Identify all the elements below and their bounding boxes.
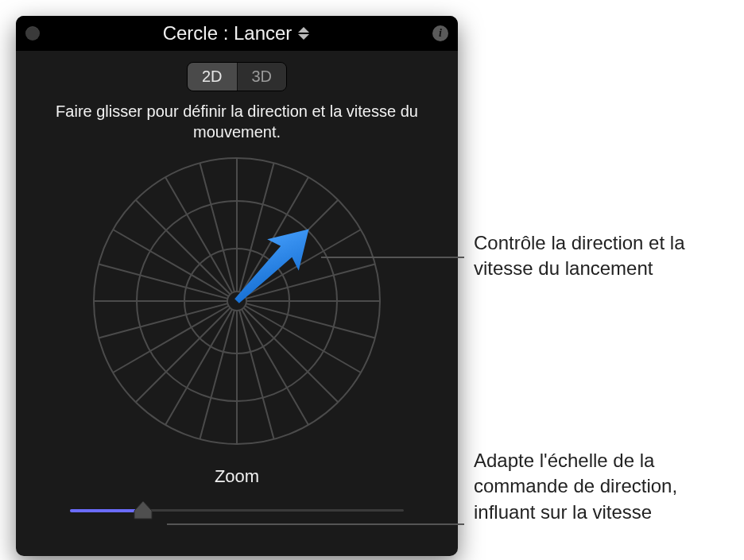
svg-line-21	[200, 163, 234, 292]
info-icon[interactable]: i	[432, 25, 448, 41]
mode-3d-button[interactable]: 3D	[237, 63, 287, 91]
svg-line-5	[246, 303, 375, 338]
zoom-label: Zoom	[16, 466, 458, 487]
svg-line-11	[200, 311, 234, 439]
mode-2d-button[interactable]: 2D	[188, 63, 237, 91]
title-dropdown[interactable]: Cercle : Lancer	[163, 22, 310, 44]
svg-line-8	[242, 309, 308, 424]
close-button[interactable]	[25, 26, 40, 41]
titlebar: Cercle : Lancer i	[16, 16, 458, 51]
svg-line-17	[99, 264, 227, 298]
svg-line-13	[136, 307, 231, 402]
svg-line-18	[113, 230, 228, 296]
instruction-text: Faire glisser pour définir la direction …	[35, 101, 439, 142]
svg-line-15	[99, 303, 227, 338]
svg-line-12	[165, 309, 232, 424]
leader-line	[167, 523, 464, 525]
svg-line-6	[245, 306, 360, 373]
slider-thumb[interactable]	[133, 500, 153, 520]
svg-line-19	[136, 200, 231, 295]
direction-radar[interactable]	[86, 150, 388, 452]
svg-line-14	[113, 306, 228, 373]
svg-line-7	[243, 307, 338, 402]
annotation-direction: Contrôle la direction et la vitesse du l…	[474, 230, 720, 282]
leader-line	[321, 257, 464, 258]
chevron-updown-icon	[298, 27, 309, 40]
zoom-slider[interactable]	[70, 501, 404, 525]
svg-line-20	[165, 177, 232, 292]
panel-title: Cercle : Lancer	[163, 22, 293, 44]
svg-marker-29	[134, 501, 152, 519]
svg-line-9	[239, 311, 273, 439]
view-mode-toggle: 2D 3D	[16, 62, 458, 91]
annotation-zoom: Adapte l'échelle de la commande de direc…	[474, 448, 720, 525]
hud-panel: Cercle : Lancer i 2D 3D Faire glisser po…	[16, 16, 458, 556]
